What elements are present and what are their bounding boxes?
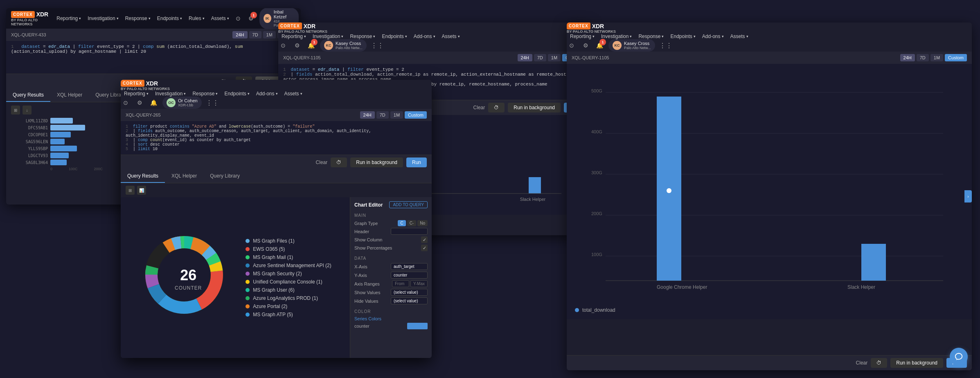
time-btn-custom-w4[interactable]: Custom — [945, 54, 967, 61]
collapse-btn-w4[interactable]: › — [964, 190, 972, 202]
nav-addons-w4[interactable]: Add-ons▾ — [702, 34, 724, 39]
github-icon-w4[interactable]: ⊙ — [567, 40, 577, 50]
chat-bubble[interactable] — [950, 348, 968, 366]
nav-investigation-w2[interactable]: Investigation▾ — [313, 34, 343, 39]
download-icon-w1[interactable]: ↓ — [23, 106, 32, 115]
yaxis-input[interactable] — [391, 272, 428, 279]
add-to-query-btn-w3[interactable]: ADD TO QUERY — [389, 201, 428, 208]
chart-icon-w3[interactable]: 📊 — [137, 186, 146, 195]
clear-btn-w3[interactable]: Clear — [316, 160, 328, 165]
nav-reporting-w1[interactable]: Reporting▾ — [56, 16, 81, 21]
user-name-w4: Kasey Cross — [624, 41, 651, 46]
code-area-w3: 1filter product contains "Azure AD" and … — [121, 121, 432, 155]
gear-icon-w3[interactable]: ⚙ — [135, 98, 144, 108]
time-btn-24h-w3[interactable]: 24H — [360, 111, 375, 119]
run-bg-btn-w3[interactable]: Run in background — [350, 158, 403, 167]
nav-endpoints-w3[interactable]: Endpoints▾ — [224, 91, 249, 97]
time-btn-7d-w1[interactable]: 7D — [249, 31, 261, 38]
time-btn-24h-w4[interactable]: 24H — [900, 54, 915, 61]
show-pct-toggle[interactable]: ✓ — [421, 245, 428, 251]
gear-icon-w2[interactable]: ⚙ — [292, 40, 302, 50]
nav-endpoints-w2[interactable]: Endpoints▾ — [382, 34, 407, 39]
notif-icon-w2[interactable]: 🔔 1 — [306, 40, 316, 50]
nav-response-w2[interactable]: Response▾ — [350, 34, 375, 39]
nav-endpoints-w1[interactable]: Endpoints▾ — [157, 16, 182, 21]
clock-btn-w2[interactable]: ⏱ — [488, 103, 505, 112]
time-btn-24h-w1[interactable]: 24H — [232, 31, 247, 38]
counter-color-swatch[interactable] — [407, 323, 428, 329]
clock-btn-w4[interactable]: ⏱ — [871, 358, 887, 368]
grid-icon-w4[interactable]: ⋮⋮ — [659, 42, 672, 50]
nav-addons-w2[interactable]: Add-ons▾ — [414, 34, 435, 39]
header-input[interactable] — [391, 228, 428, 235]
time-btn-custom-w3[interactable]: Custom — [405, 111, 427, 119]
nav-response-w4[interactable]: Response▾ — [638, 34, 664, 39]
legend-item-2: MS Graph Mail (1) — [246, 254, 331, 260]
toggle-c[interactable]: C — [398, 220, 406, 226]
nav-assets-w4[interactable]: Assets▾ — [730, 34, 748, 39]
nav-investigation-w4[interactable]: Investigation▾ — [601, 34, 632, 39]
xaxis-input[interactable] — [391, 263, 428, 270]
notif-icon-w4[interactable]: 🔔 1 — [595, 40, 604, 50]
nav-investigation-w1[interactable]: Investigation▾ — [88, 16, 118, 21]
nav-investigation-w3[interactable]: Investigation▾ — [155, 91, 186, 97]
notif-icon-w1[interactable]: ⚙ 1 — [247, 14, 255, 23]
clock-btn-w3[interactable]: ⏱ — [331, 158, 347, 167]
query-id-w3: XQL-QUERY-265 — [126, 112, 161, 117]
time-btn-7d-w4[interactable]: 7D — [917, 54, 929, 61]
time-btn-1m-w1[interactable]: 1M — [263, 31, 276, 38]
nav-reporting-w4[interactable]: Reporting▾ — [570, 34, 595, 39]
nav-assets-w3[interactable]: Assets▾ — [284, 91, 302, 97]
toggle-no[interactable]: No — [417, 220, 428, 226]
legend-item-7: Azure LogAnalytics PROD (1) — [246, 295, 331, 301]
show-values-input[interactable] — [391, 289, 428, 296]
user-pill-w4[interactable]: KC Kasey Cross Palo Alto Netw... — [608, 39, 655, 52]
run-btn-w3[interactable]: Run — [406, 158, 427, 167]
nav-response-w3[interactable]: Response▾ — [192, 91, 218, 97]
github-icon-w3[interactable]: ⊙ — [121, 98, 131, 108]
axis-from-input[interactable] — [392, 280, 409, 287]
nav-endpoints-w4[interactable]: Endpoints▾ — [670, 34, 695, 39]
toggle-c-minus[interactable]: C- — [407, 220, 417, 226]
tab-query-results-w1[interactable]: Query Results — [6, 89, 50, 102]
nav-rules-w1[interactable]: Rules▾ — [189, 16, 205, 21]
table-icon-w3[interactable]: ⊞ — [126, 186, 135, 195]
user-pill-w3[interactable]: OC Or Cohen XDR-t.bb — [162, 97, 202, 109]
run-bg-btn-w2[interactable]: Run in background — [508, 103, 561, 112]
legend-item-6: MS Graph User (6) — [246, 287, 331, 293]
show-column-toggle[interactable]: ✓ — [421, 236, 428, 243]
run-bg-btn-w4[interactable]: Run in background — [890, 358, 943, 368]
window-3: CORTEX XDR BY PALO ALTO NETWORKS Reporti… — [121, 80, 432, 358]
tab-xql-helper-w3[interactable]: XQL Helper — [165, 170, 203, 183]
time-btn-24h-w2[interactable]: 24H — [518, 54, 532, 61]
time-btn-1m-w2[interactable]: 1M — [548, 54, 561, 61]
legend-item-8: Azure Portal (2) — [246, 304, 331, 309]
time-btn-7d-w3[interactable]: 7D — [376, 111, 389, 119]
nav-assets-w1[interactable]: Assets▾ — [211, 16, 229, 21]
tab-query-library-w3[interactable]: Query Library — [203, 170, 246, 183]
axis-to-input[interactable] — [410, 280, 428, 287]
grid-icon-w3[interactable]: ⋮⋮ — [206, 99, 219, 107]
grid-icon-w2[interactable]: ⋮⋮ — [371, 42, 384, 50]
table-icon-w1[interactable]: ⊞ — [11, 106, 20, 115]
github-icon-w2[interactable]: ⊙ — [278, 40, 288, 50]
nav-addons-w3[interactable]: Add-ons▾ — [256, 91, 278, 97]
time-btn-1m-w4[interactable]: 1M — [930, 54, 943, 61]
clear-btn-w2[interactable]: Clear — [473, 105, 485, 110]
user-pill-w2[interactable]: KC Kasey Cross Palo Alto Netw... — [320, 39, 367, 52]
time-btn-1m-w3[interactable]: 1M — [390, 111, 403, 119]
notif-icon-w3[interactable]: 🔔 — [149, 98, 158, 108]
nav-assets-w2[interactable]: Assets▾ — [442, 34, 460, 39]
tab-query-results-w3[interactable]: Query Results — [121, 170, 165, 183]
clear-btn-w4[interactable]: Clear — [856, 360, 868, 366]
nav-reporting-w2[interactable]: Reporting▾ — [282, 34, 306, 39]
nav-reporting-w3[interactable]: Reporting▾ — [124, 91, 149, 97]
hide-values-input[interactable] — [391, 297, 428, 304]
github-icon-w1[interactable]: ⊙ — [234, 14, 243, 23]
nav-response-w1[interactable]: Response▾ — [125, 16, 151, 21]
time-btn-7d-w2[interactable]: 7D — [534, 54, 546, 61]
series-colors-link[interactable]: Series Colors — [354, 316, 381, 321]
cortex-logo-w2: CORTEX XDR BY PALO ALTO NETWORKS — [278, 22, 589, 34]
gear-icon-w4[interactable]: ⚙ — [581, 40, 590, 50]
tab-xql-helper-w1[interactable]: XQL Helper — [50, 89, 89, 102]
